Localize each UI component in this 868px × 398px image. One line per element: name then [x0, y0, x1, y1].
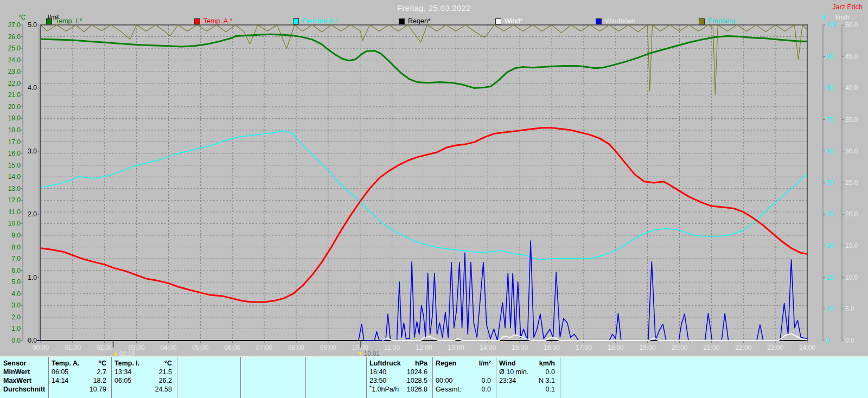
temp_c-tick-label: 13.0 [8, 185, 21, 192]
table-divider [496, 357, 496, 398]
table-column-header: Temp. A.°C [48, 359, 111, 368]
table-column-header: Windkm/h [496, 359, 560, 368]
table-cell: 23:501028.5 [366, 376, 432, 385]
cell-value: 0.0 [546, 368, 555, 376]
cell-time: Temp. A. [52, 359, 79, 368]
table-column-header [305, 359, 366, 368]
temp_c-tick-label: 27.0 [8, 21, 21, 29]
wind_kmh-tick-label: 20.0 [845, 210, 858, 218]
temp_c-tick-label: 12.0 [8, 196, 21, 204]
humidity_pct-tick-label: 30 [826, 242, 834, 249]
wind_kmh-tick-label: 45.0 [845, 53, 858, 60]
cell-value: 0.0 [482, 385, 491, 394]
hour-tick-label: 07:00 [256, 344, 272, 351]
hour-tick-label: 11:00 [384, 344, 400, 351]
table-cell: 16:401024.6 [366, 368, 432, 376]
table-cell [240, 385, 305, 394]
table-divider [432, 357, 433, 398]
wind_kmh-tick-label: 30.0 [845, 147, 858, 155]
hour-tick-label: 06:00 [224, 344, 240, 351]
cell-time: Luftdruck [369, 359, 401, 368]
temp_c-tick-label: 18.0 [8, 126, 21, 134]
row-header: Durchschnitt [0, 385, 48, 394]
temp_c-tick-label: 15.0 [8, 162, 21, 169]
wind_kmh-tick-label: 10.0 [845, 274, 858, 281]
hour-tick-label: 00:00 [33, 344, 49, 351]
cell-value: km/h [539, 359, 555, 368]
wind_kmh-tick-label: 0.0 [845, 337, 854, 344]
temp_c-tick-label: 23.0 [8, 68, 21, 75]
cell-value: 21.5 [159, 368, 172, 376]
rain_lm2-tick-label: 4.0 [28, 84, 37, 92]
rain_lm2-tick-label: 3.0 [28, 147, 37, 155]
chart-plot-area[interactable]: 27.026.025.024.023.022.021.020.019.018.0… [0, 0, 868, 356]
cell-time: Temp. I. [114, 359, 139, 368]
humidity_pct-tick-label: 40 [826, 210, 834, 218]
cell-value: hPa [415, 359, 427, 368]
hour-tick-label: 22:00 [735, 344, 751, 351]
cell-value: 2.7 [97, 368, 106, 376]
temp_c-tick-label: 1.0 [11, 325, 21, 332]
statistics-table: SensorTemp. A.°CTemp. I.°CLuftdruckhPaRe… [0, 356, 868, 398]
cell-time: ˆ1.0hPa/h [369, 385, 399, 394]
hour-tick-label: 15:00 [512, 344, 528, 351]
temp_c-tick-label: 26.0 [8, 33, 21, 41]
humidity_pct-tick-label: 80 [826, 84, 834, 92]
temp_c-tick-label: 25.0 [8, 44, 21, 52]
temp_c-tick-label: 22.0 [8, 80, 21, 87]
hour-tick-label: 20:00 [671, 344, 687, 351]
table-row: Durchschnitt10.7924.58ˆ1.0hPa/h1026.8Ges… [0, 385, 868, 394]
table-cell [177, 385, 240, 394]
rain_lm2-tick-label: 1.0 [28, 274, 37, 281]
cell-value: 18.2 [93, 376, 106, 385]
table-row: MinWert06:052.713:3421.516:401024.6Ø 10 … [0, 368, 868, 376]
temp_c-tick-label: 9.0 [11, 232, 21, 239]
cell-value: °C [99, 359, 106, 368]
cell-value: l/m² [479, 359, 491, 368]
hour-tick-label: 05:00 [192, 344, 208, 351]
cell-time: 23:34 [499, 376, 516, 385]
cell-value: 1026.8 [407, 385, 427, 394]
wind_kmh-tick-label: 5.0 [845, 305, 854, 313]
table-divider [240, 357, 241, 398]
temp_c-tick-label: 16.0 [8, 150, 21, 157]
table-cell [305, 385, 366, 394]
hour-tick-label: 16:00 [544, 344, 560, 351]
table-header-row: SensorTemp. A.°CTemp. I.°CLuftdruckhPaRe… [0, 359, 868, 368]
hour-tick-label: 04:00 [160, 344, 176, 351]
cell-time: Gesamt: [436, 385, 461, 394]
table-cell [177, 368, 240, 376]
hour-tick-label: 09:00 [320, 344, 336, 351]
table-divider [560, 357, 560, 398]
table-divider [177, 357, 177, 398]
table-cell [305, 368, 366, 376]
table-cell: 06:052.7 [48, 368, 111, 376]
table-cell: ˆ1.0hPa/h1026.8 [366, 385, 432, 394]
hour-tick-label: 01:00 [65, 344, 81, 351]
table-column-header: Regenl/m² [432, 359, 496, 368]
table-column-header: Temp. I.°C [111, 359, 177, 368]
hour-tick-label: 17:00 [576, 344, 592, 351]
humidity_pct-tick-label: 10 [826, 305, 834, 313]
table-divider [366, 357, 367, 398]
table-column-header [240, 359, 305, 368]
table-divider [111, 357, 112, 398]
hour-tick-label: 12:00 [416, 344, 432, 351]
table-cell: 0.1 [496, 385, 560, 394]
series-line-windb-en [359, 241, 807, 341]
cell-value: 0.0 [482, 376, 491, 385]
rain_lm2-tick-label: 2.0 [28, 210, 37, 218]
table-cell: Ø 10 min.0.0 [496, 368, 560, 376]
table-cell [240, 368, 305, 376]
temp_c-tick-label: 21.0 [8, 91, 21, 99]
cell-value: N 3.1 [539, 376, 555, 385]
cell-value: °C [164, 359, 172, 368]
hour-tick-label: 23:00 [767, 344, 783, 351]
hour-tick-label: 24:00 [799, 344, 815, 351]
temp_c-tick-label: 10.0 [8, 220, 21, 227]
cell-value: 10.79 [90, 385, 106, 394]
row-header: MaxWert [0, 376, 48, 385]
temp_c-tick-label: 5.0 [11, 278, 21, 286]
cell-time: 06:05 [52, 368, 68, 376]
cell-time: Ø 10 min. [499, 368, 528, 376]
